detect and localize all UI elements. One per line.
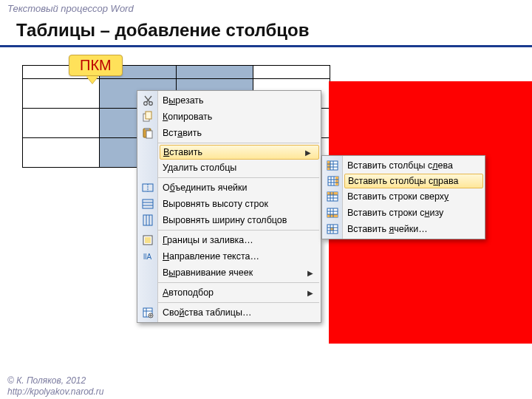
svg-rect-8	[143, 200, 153, 208]
menu-item-delete-columns[interactable]: Удалить столбцы	[158, 160, 321, 176]
menu-item-label: Вставить ячейки…	[343, 224, 480, 234]
submenu-item-cols-right[interactable]: Вставить столбцы справа	[344, 174, 483, 188]
pkm-callout: ПКМ	[69, 55, 123, 83]
menu-separator	[158, 282, 319, 283]
cols-even-icon	[137, 214, 158, 226]
menu-item-label: Вставить столбцы слева	[343, 160, 480, 171]
submenu-arrow-icon: ▶	[305, 149, 314, 157]
menu-separator	[158, 302, 319, 303]
scissors-icon	[137, 95, 158, 106]
menu-item-label: Удалить столбцы	[158, 163, 316, 173]
svg-rect-16	[327, 161, 330, 170]
insert-rows-below-icon	[322, 207, 343, 219]
submenu-arrow-icon: ▶	[307, 289, 316, 297]
svg-point-1	[149, 102, 153, 106]
rows-even-icon	[137, 198, 158, 210]
menu-item-cell-alignment[interactable]: Выравнивание ячеек ▶	[158, 265, 321, 281]
menu-separator	[158, 143, 319, 143]
svg-rect-18	[335, 177, 338, 185]
submenu-item-rows-above[interactable]: Вставить строки сверху	[343, 188, 485, 205]
menu-item-table-properties[interactable]: Свойства таблицы…	[158, 304, 321, 321]
menu-item-label: Выровнять высоту строк	[158, 199, 316, 209]
menu-item-label: Вставить строки снизу	[343, 208, 480, 218]
menu-item-label: Направление текста…	[158, 251, 316, 262]
menu-separator	[158, 177, 319, 178]
footer: © К. Поляков, 2012 http://kpolyakov.naro…	[7, 375, 104, 398]
menu-item-label: Границы и заливка…	[158, 235, 316, 245]
menu-item-paste[interactable]: Вставить	[158, 125, 321, 141]
menu-item-label: Объединить ячейки	[158, 183, 316, 193]
menu-item-label: Выровнять ширину столбцов	[158, 215, 316, 225]
menu-item-insert[interactable]: Вставить ▶	[160, 145, 319, 160]
svg-rect-22	[327, 214, 338, 217]
menu-separator	[158, 230, 319, 231]
insert-cells-icon	[322, 223, 343, 235]
insert-cols-left-icon	[322, 160, 343, 171]
merge-icon	[137, 182, 158, 194]
copy-icon	[137, 111, 158, 123]
submenu-arrow-icon: ▶	[307, 269, 316, 277]
menu-item-label: Вставить строки сверху	[343, 191, 480, 202]
menu-item-label: Выравнивание ячеек	[158, 267, 307, 278]
menu-item-merge-cells[interactable]: Объединить ячейки	[158, 180, 321, 196]
menu-item-copy[interactable]: Копировать	[158, 109, 321, 125]
menu-item-label: Копировать	[158, 112, 316, 122]
menu-item-label: Вырезать	[158, 95, 316, 106]
submenu-item-cols-left[interactable]: Вставить столбцы слева	[343, 157, 485, 174]
submenu-item-cells[interactable]: Вставить ячейки…	[343, 221, 485, 237]
pkm-label: ПКМ	[80, 57, 112, 73]
footer-url: http://kpolyakov.narod.ru	[7, 386, 104, 398]
paste-icon	[137, 127, 158, 139]
borders-icon	[137, 234, 158, 246]
svg-point-0	[144, 102, 148, 106]
svg-text:llA: llA	[143, 253, 151, 261]
svg-rect-3	[146, 112, 151, 119]
properties-icon	[137, 307, 158, 318]
menu-item-label: Вставить	[158, 128, 316, 138]
text-direction-icon: llA	[137, 250, 158, 262]
menu-item-cut[interactable]: Вырезать	[158, 92, 321, 109]
menu-item-even-row-height[interactable]: Выровнять высоту строк	[158, 196, 321, 212]
app-header: Текстовый процессор Word	[0, 0, 532, 16]
svg-rect-11	[145, 237, 151, 243]
page-title: Таблицы – добавление столбцов	[0, 16, 532, 47]
menu-item-even-col-width[interactable]: Выровнять ширину столбцов	[158, 212, 321, 228]
svg-rect-20	[327, 192, 338, 195]
insert-submenu: Вставить столбцы слева Вставить столбцы …	[321, 155, 485, 239]
menu-item-autofit[interactable]: Автоподбор ▶	[158, 284, 321, 301]
submenu-item-rows-below[interactable]: Вставить строки снизу	[343, 205, 485, 221]
menu-item-label: Автоподбор	[158, 287, 307, 298]
svg-rect-9	[143, 215, 152, 225]
menu-item-borders[interactable]: Границы и заливка…	[158, 232, 321, 248]
svg-rect-6	[145, 128, 149, 130]
insert-rows-above-icon	[322, 191, 343, 202]
stage: ПКМ Вырезать Копировать	[0, 55, 532, 372]
context-menu: Вырезать Копировать Вставить	[137, 90, 321, 323]
insert-cols-right-icon	[323, 175, 344, 187]
svg-rect-5	[146, 131, 152, 138]
menu-item-text-direction[interactable]: llA Направление текста…	[158, 248, 321, 265]
menu-item-label: Вставить	[159, 147, 305, 157]
menu-item-label: Вставить столбцы справа	[344, 176, 478, 186]
footer-copyright: © К. Поляков, 2012	[7, 375, 104, 386]
menu-item-label: Свойства таблицы…	[158, 307, 316, 318]
